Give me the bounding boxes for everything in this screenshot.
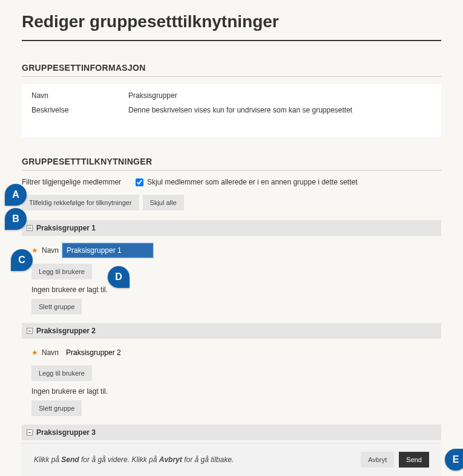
section-info-heading: GRUPPESETTINFORMASJON [22,63,441,77]
add-users-button[interactable]: Legg til brukere [31,264,92,279]
callout-c: C [11,249,33,271]
group-title: Praksisgrupper 3 [36,428,96,437]
info-block: Navn Praksisgrupper Beskrivelse Denne be… [22,84,441,137]
group-name-input[interactable] [62,243,153,258]
required-star-icon: ★ [31,246,38,255]
add-users-button[interactable]: Legg til brukere [31,365,92,381]
filter-checkbox[interactable] [136,178,143,186]
page-title: Rediger gruppesetttilknytninger [22,12,441,31]
collapse-icon[interactable]: − [27,225,33,231]
callout-e: E [445,449,463,471]
info-name-label: Navn [31,91,128,100]
required-star-icon: ★ [31,348,38,357]
info-desc-label: Beskrivelse [31,106,128,114]
hide-all-button[interactable]: Skjul alle [143,195,184,210]
group-title: Praksisgrupper 2 [36,327,96,335]
info-desc-value: Denne beskrivelsen vises kun for undrvis… [128,106,432,114]
group-header[interactable]: − Praksisgrupper 1 [22,220,441,236]
random-order-button[interactable]: Tilfeldig rekkefølge for tilknytninger [22,195,139,210]
collapse-icon[interactable]: − [27,429,33,435]
callout-a: A [5,184,27,206]
group-header[interactable]: − Praksisgrupper 2 [22,323,441,339]
callout-b: B [5,208,27,230]
filter-checkbox-label: Skjul medlemmer som allerede er i en ann… [147,178,358,186]
footer-text: Klikk på Send for å gå videre. Klikk på … [34,455,234,464]
info-name-value: Praksisgrupper [128,91,432,100]
collapse-icon[interactable]: − [27,328,33,334]
delete-group-button[interactable]: Slett gruppe [31,400,82,416]
filter-label: Filtrer tilgjengelige medlemmer [22,178,131,186]
cancel-button[interactable]: Avbryt [361,452,394,468]
section-assoc-heading: GRUPPESETTTILKNYTNINGER [22,157,441,171]
group-name-label: Navn [42,246,59,255]
no-users-text: Ingen brukere er lagt til. [31,387,432,396]
group-name-label: Navn [42,348,59,357]
send-button[interactable]: Send [399,452,429,468]
delete-group-button[interactable]: Slett gruppe [31,299,82,315]
footer-bar: Klikk på Send for å gå videre. Klikk på … [22,443,441,476]
group-title: Praksisgrupper 1 [36,224,96,232]
group-name-value[interactable]: Praksisgrupper 2 [62,346,153,359]
callout-d: D [108,266,130,288]
no-users-text: Ingen brukere er lagt til. [31,285,432,294]
title-divider [22,40,441,41]
group-header[interactable]: − Praksisgrupper 3 [22,425,441,440]
